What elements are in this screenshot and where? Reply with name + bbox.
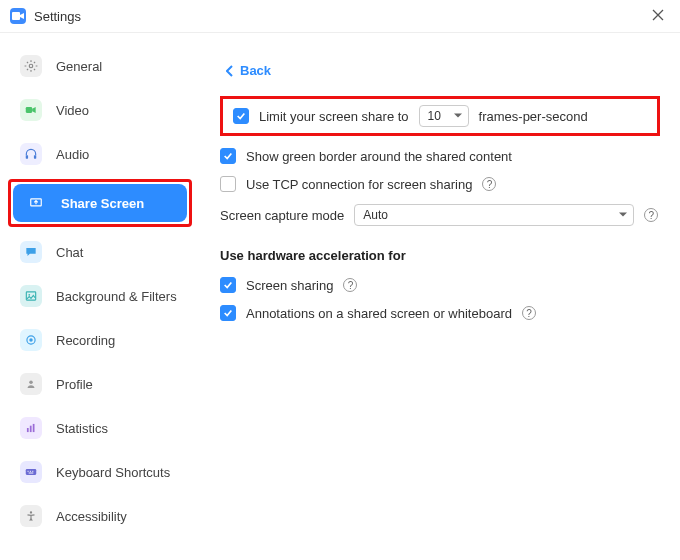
- svg-point-10: [29, 381, 33, 385]
- limit-fps-suffix: frames-per-second: [479, 109, 588, 124]
- limit-fps-checkbox[interactable]: [233, 108, 249, 124]
- sidebar-label: Video: [56, 103, 89, 118]
- svg-rect-13: [33, 424, 35, 432]
- sidebar: General Video Audio Share Screen Chat Ba…: [0, 33, 200, 560]
- sidebar-label: Audio: [56, 147, 89, 162]
- window-title: Settings: [34, 9, 81, 24]
- close-icon[interactable]: [646, 6, 670, 26]
- sidebar-label: Profile: [56, 377, 93, 392]
- green-border-checkbox[interactable]: [220, 148, 236, 164]
- hw-share-label: Screen sharing: [246, 278, 333, 293]
- sidebar-label: Share Screen: [61, 196, 144, 211]
- app-icon: [10, 8, 26, 24]
- sidebar-label: Keyboard Shortcuts: [56, 465, 170, 480]
- sidebar-item-statistics[interactable]: Statistics: [8, 409, 192, 447]
- sidebar-label: Accessibility: [56, 509, 127, 524]
- svg-point-19: [30, 511, 32, 513]
- sidebar-item-video[interactable]: Video: [8, 91, 192, 129]
- svg-rect-14: [26, 469, 37, 475]
- sidebar-label: Statistics: [56, 421, 108, 436]
- svg-rect-16: [30, 471, 31, 472]
- hw-accel-title: Use hardware acceleration for: [220, 248, 660, 263]
- help-icon[interactable]: ?: [482, 177, 496, 191]
- sidebar-item-background[interactable]: Background & Filters: [8, 277, 192, 315]
- svg-point-1: [29, 64, 33, 68]
- sidebar-label: Background & Filters: [56, 289, 177, 304]
- chat-icon: [20, 241, 42, 263]
- highlight-annotation-sidebar: Share Screen: [8, 179, 192, 227]
- svg-rect-11: [27, 428, 29, 432]
- gear-icon: [20, 55, 42, 77]
- highlight-annotation-fps: Limit your screen share to 10 frames-per…: [220, 96, 660, 136]
- svg-point-7: [28, 294, 30, 296]
- hw-annot-checkbox[interactable]: [220, 305, 236, 321]
- svg-rect-12: [30, 426, 32, 432]
- sidebar-label: Chat: [56, 245, 83, 260]
- tcp-label: Use TCP connection for screen sharing: [246, 177, 472, 192]
- user-icon: [20, 373, 42, 395]
- accessibility-icon: [20, 505, 42, 527]
- sidebar-item-profile[interactable]: Profile: [8, 365, 192, 403]
- keyboard-icon: [20, 461, 42, 483]
- sidebar-item-general[interactable]: General: [8, 47, 192, 85]
- help-icon[interactable]: ?: [644, 208, 658, 222]
- sidebar-item-keyboard[interactable]: Keyboard Shortcuts: [8, 453, 192, 491]
- sidebar-item-accessibility[interactable]: Accessibility: [8, 497, 192, 535]
- video-icon: [20, 99, 42, 121]
- help-icon[interactable]: ?: [343, 278, 357, 292]
- sidebar-item-audio[interactable]: Audio: [8, 135, 192, 173]
- share-screen-icon: [25, 192, 47, 214]
- limit-fps-prefix: Limit your screen share to: [259, 109, 409, 124]
- sidebar-item-share-screen[interactable]: Share Screen: [13, 184, 187, 222]
- sidebar-label: Recording: [56, 333, 115, 348]
- svg-rect-0: [12, 12, 20, 20]
- record-icon: [20, 329, 42, 351]
- image-icon: [20, 285, 42, 307]
- svg-rect-2: [26, 107, 32, 113]
- capture-mode-select[interactable]: Auto: [354, 204, 634, 226]
- tcp-checkbox[interactable]: [220, 176, 236, 192]
- hw-share-checkbox[interactable]: [220, 277, 236, 293]
- back-label: Back: [240, 63, 271, 78]
- fps-select[interactable]: 10: [419, 105, 469, 127]
- svg-rect-17: [32, 471, 33, 472]
- svg-point-9: [29, 338, 33, 342]
- chevron-left-icon: [226, 65, 234, 77]
- bar-chart-icon: [20, 417, 42, 439]
- svg-rect-18: [29, 473, 34, 474]
- headphones-icon: [20, 143, 42, 165]
- svg-rect-15: [28, 471, 29, 472]
- capture-mode-label: Screen capture mode: [220, 208, 344, 223]
- svg-rect-4: [34, 155, 36, 159]
- hw-annot-label: Annotations on a shared screen or whiteb…: [246, 306, 512, 321]
- sidebar-item-chat[interactable]: Chat: [8, 233, 192, 271]
- content-pane: Back Limit your screen share to 10 frame…: [200, 33, 680, 560]
- sidebar-label: General: [56, 59, 102, 74]
- green-border-label: Show green border around the shared cont…: [246, 149, 512, 164]
- svg-rect-3: [26, 155, 28, 159]
- back-link[interactable]: Back: [226, 63, 660, 78]
- sidebar-item-recording[interactable]: Recording: [8, 321, 192, 359]
- help-icon[interactable]: ?: [522, 306, 536, 320]
